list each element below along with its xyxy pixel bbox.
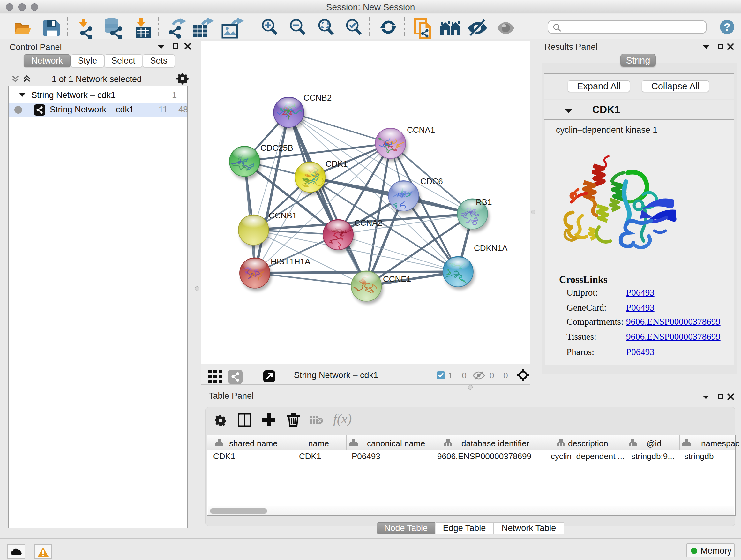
svg-text:CCNE1: CCNE1 — [383, 274, 411, 284]
svg-text:CCNB1: CCNB1 — [269, 211, 297, 220]
svg-text:CDC6: CDC6 — [420, 177, 443, 186]
svg-text:CDK1: CDK1 — [326, 159, 347, 169]
svg-text:CDC25B: CDC25B — [260, 143, 293, 152]
svg-text:CDKN1A: CDKN1A — [474, 243, 508, 253]
svg-text:CCNA1: CCNA1 — [407, 125, 435, 135]
svg-text:HIST1H1A: HIST1H1A — [271, 257, 311, 266]
svg-text:RB1: RB1 — [476, 197, 492, 207]
svg-text:CCNA2: CCNA2 — [354, 218, 382, 228]
svg-text:CCNB2: CCNB2 — [304, 93, 332, 103]
